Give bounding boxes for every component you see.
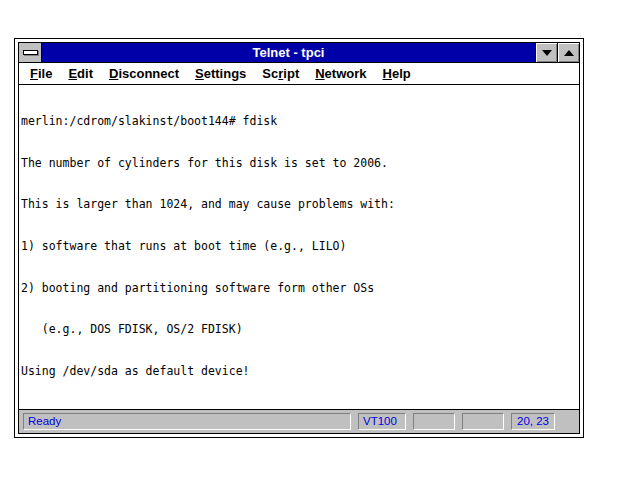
- menu-help[interactable]: Help: [375, 66, 419, 81]
- terminal-line: (e.g., DOS FDISK, OS/2 FDISK): [21, 323, 579, 337]
- terminal-line: Using /dev/sda as default device!: [21, 365, 579, 379]
- menu-mnemonic: N: [315, 66, 324, 81]
- menu-label-part: ile: [38, 66, 52, 81]
- maximize-button[interactable]: [557, 43, 579, 62]
- menu-label-part: isconnect: [118, 66, 179, 81]
- terminal-line: merlin:/cdrom/slakinst/boot144# fdisk: [21, 115, 579, 129]
- terminal-view[interactable]: merlin:/cdrom/slakinst/boot144# fdisk Th…: [19, 85, 579, 409]
- status-panel-3: [413, 413, 455, 430]
- menu-bar: File Edit Disconnect Settings Script Net…: [19, 63, 579, 85]
- menu-edit[interactable]: Edit: [60, 66, 101, 81]
- window-frame: Telnet - tpci File Edit Disconnect Setti…: [18, 42, 580, 434]
- terminal-line: 2) booting and partitioning software for…: [21, 282, 579, 296]
- menu-label-part: etwork: [325, 66, 367, 81]
- menu-settings[interactable]: Settings: [187, 66, 254, 81]
- menu-script[interactable]: Script: [254, 66, 307, 81]
- terminal-line: This is larger than 1024, and may cause …: [21, 198, 579, 212]
- terminal-line: 1) software that runs at boot time (e.g.…: [21, 240, 579, 254]
- minus-bar-icon: [23, 50, 38, 55]
- menu-label-part: ipt: [283, 66, 299, 81]
- menu-label-part: elp: [392, 66, 411, 81]
- menu-label-part: dit: [77, 66, 93, 81]
- terminal-emulation-status: VT100: [358, 413, 406, 430]
- menu-label-part: ettings: [204, 66, 247, 81]
- up-triangle-icon: [564, 50, 574, 56]
- menu-label-part: Sc: [262, 66, 278, 81]
- menu-mnemonic: D: [109, 66, 118, 81]
- ready-status: Ready: [23, 413, 351, 430]
- menu-mnemonic: S: [195, 66, 204, 81]
- status-panel-4: [462, 413, 504, 430]
- menu-disconnect[interactable]: Disconnect: [101, 66, 187, 81]
- window-title: Telnet - tpci: [42, 43, 535, 62]
- down-triangle-icon: [542, 50, 552, 56]
- telnet-window: Telnet - tpci File Edit Disconnect Setti…: [14, 38, 584, 438]
- menu-file[interactable]: File: [22, 66, 60, 81]
- minimize-button[interactable]: [535, 43, 557, 62]
- menu-network[interactable]: Network: [307, 66, 374, 81]
- status-bar: Ready VT100 20, 23: [19, 409, 579, 433]
- terminal-line: The number of cylinders for this disk is…: [21, 157, 579, 171]
- menu-mnemonic: E: [68, 66, 77, 81]
- menu-mnemonic: H: [383, 66, 392, 81]
- menu-mnemonic: F: [30, 66, 38, 81]
- cursor-position: 20, 23: [511, 413, 555, 430]
- control-menu-button[interactable]: [19, 43, 42, 62]
- title-bar[interactable]: Telnet - tpci: [19, 43, 579, 63]
